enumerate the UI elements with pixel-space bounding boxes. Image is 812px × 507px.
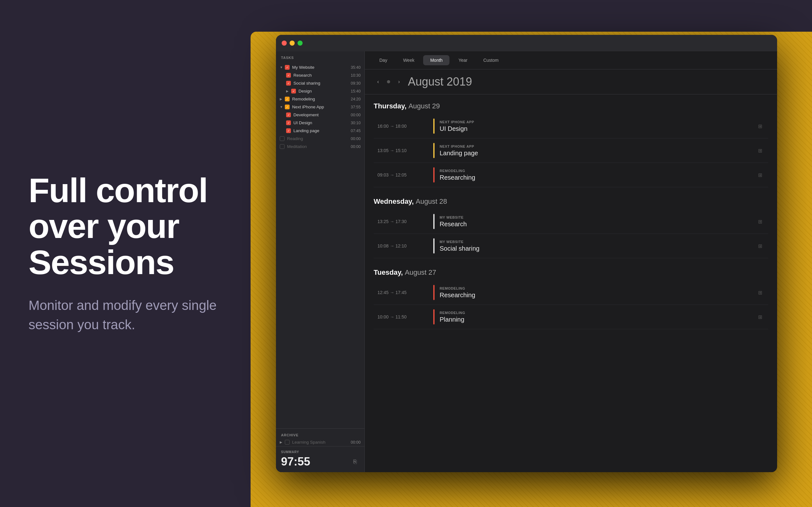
table-row[interactable]: 10:08 → 12:10 MY WEBSITE Social sharing … <box>374 234 768 258</box>
task-name: Design <box>299 89 351 94</box>
table-row[interactable]: 13:25 → 17:30 MY WEBSITE Research ⊞ <box>374 210 768 234</box>
export-icon[interactable]: ⎘ <box>351 457 359 466</box>
task-checkbox[interactable] <box>285 440 290 445</box>
sidebar: TASKS ▼ ✓ My Website 35:40 ✓ Research 10… <box>276 51 365 472</box>
task-time: 15:40 <box>351 89 361 94</box>
minimize-button[interactable] <box>290 41 295 46</box>
session-project: REMODELING <box>440 286 756 290</box>
session-bar <box>433 118 435 134</box>
task-time: 30:10 <box>351 121 361 125</box>
session-project: NEXT IPHONE APP <box>440 145 756 148</box>
session-bar <box>433 143 435 158</box>
table-row[interactable]: 13:05 → 15:10 NEXT IPHONE APP Landing pa… <box>374 138 768 163</box>
session-task: Researching <box>440 174 756 181</box>
list-item[interactable]: ✓ Landing page 07:45 <box>276 127 364 135</box>
sessions-list[interactable]: Thursday, August 29 16:00 → 18:00 NEXT I… <box>365 95 777 472</box>
list-item[interactable]: Reading 00:00 <box>276 135 364 143</box>
table-row[interactable]: 10:00 → 11:50 REMODELING Planning ⊞ <box>374 305 768 329</box>
task-checkbox[interactable]: ✓ <box>286 112 291 117</box>
prev-button[interactable]: ‹ <box>374 77 383 86</box>
task-list[interactable]: ▼ ✓ My Website 35:40 ✓ Research 10:30 ✓ … <box>276 62 364 427</box>
list-item[interactable]: ✓ UI Design 30:10 <box>276 119 364 127</box>
task-checkbox[interactable] <box>280 136 285 141</box>
table-row[interactable]: 16:00 → 18:00 NEXT IPHONE APP UI Design … <box>374 114 768 138</box>
task-checkbox[interactable]: ✓ <box>285 105 290 109</box>
edit-icon[interactable]: ⊞ <box>756 170 764 179</box>
task-checkbox[interactable]: ✓ <box>286 73 291 78</box>
task-name: Landing page <box>293 128 351 133</box>
list-item[interactable]: ✓ Development 00:00 <box>276 111 364 119</box>
chevron-right-icon: ▶ <box>286 89 290 93</box>
tasks-header: TASKS <box>276 51 364 62</box>
task-name: Learning Spanish <box>292 440 351 445</box>
edit-icon[interactable]: ⊞ <box>756 288 764 297</box>
main-content: Day Week Month Year Custom ‹ › August 20… <box>365 51 777 472</box>
right-panel: TASKS ▼ ✓ My Website 35:40 ✓ Research 10… <box>260 0 812 507</box>
session-time: 10:08 → 12:10 <box>377 243 428 248</box>
archive-header: ARCHIVE <box>276 431 364 438</box>
task-checkbox[interactable]: ✓ <box>285 97 290 101</box>
close-button[interactable] <box>282 41 287 46</box>
task-time: 07:45 <box>351 129 361 133</box>
chevron-down-icon: ▼ <box>280 66 284 69</box>
task-checkbox[interactable] <box>280 144 285 149</box>
chevron-down-icon: ▼ <box>280 105 284 109</box>
left-panel: Full control over your Sessions Monitor … <box>0 0 260 507</box>
list-item[interactable]: ✓ Social sharing 09:30 <box>276 79 364 87</box>
list-item[interactable]: ▶ Learning Spanish 00:00 <box>276 438 364 446</box>
table-row[interactable]: 09:03 → 12:05 REMODELING Researching ⊞ <box>374 163 768 187</box>
session-project: MY WEBSITE <box>440 216 756 219</box>
session-task: Planning <box>440 316 756 323</box>
edit-icon[interactable]: ⊞ <box>756 146 764 155</box>
day-heading: Wednesday, August 28 <box>374 198 768 206</box>
task-time: 09:30 <box>351 81 361 86</box>
session-bar <box>433 285 435 300</box>
task-name: Development <box>293 112 351 117</box>
edit-icon[interactable]: ⊞ <box>756 241 764 250</box>
session-time: 13:05 → 15:10 <box>377 148 428 153</box>
session-bar <box>433 309 435 325</box>
session-info: MY WEBSITE Research <box>440 216 756 228</box>
tab-year[interactable]: Year <box>451 55 474 65</box>
tab-day[interactable]: Day <box>372 55 394 65</box>
maximize-button[interactable] <box>298 41 303 46</box>
list-item[interactable]: ▶ ✓ Remodeling 24:20 <box>276 95 364 103</box>
task-checkbox[interactable]: ✓ <box>291 89 296 94</box>
task-checkbox[interactable]: ✓ <box>286 81 291 86</box>
tab-month[interactable]: Month <box>423 55 450 65</box>
tab-bar: Day Week Month Year Custom <box>365 51 777 69</box>
table-row[interactable]: 12:45 → 17:45 REMODELING Researching ⊞ <box>374 280 768 305</box>
section-divider <box>276 429 364 429</box>
task-time: 37:55 <box>351 105 361 109</box>
task-name: UI Design <box>293 120 351 125</box>
task-time: 10:30 <box>351 73 361 78</box>
tab-custom[interactable]: Custom <box>476 55 506 65</box>
tab-week[interactable]: Week <box>396 55 421 65</box>
session-task: Researching <box>440 291 756 299</box>
next-button[interactable]: › <box>395 77 403 86</box>
edit-icon[interactable]: ⊞ <box>756 217 764 226</box>
task-name: Reading <box>287 136 351 141</box>
edit-icon[interactable]: ⊞ <box>756 122 764 130</box>
day-section: Wednesday, August 28 13:25 → 17:30 MY WE… <box>370 190 772 261</box>
list-item[interactable]: ▶ ✓ Design 15:40 <box>276 87 364 95</box>
edit-icon[interactable]: ⊞ <box>756 313 764 321</box>
session-project: NEXT IPHONE APP <box>440 120 756 124</box>
session-time: 10:00 → 11:50 <box>377 314 428 320</box>
task-name: Next iPhone App <box>292 105 351 109</box>
list-item[interactable]: ✓ Research 10:30 <box>276 71 364 79</box>
title-bar <box>276 35 777 51</box>
chevron-right-icon: ▶ <box>280 441 284 444</box>
task-time: 24:20 <box>351 97 361 101</box>
task-name: Meditation <box>287 144 351 149</box>
session-time: 09:03 → 12:05 <box>377 172 428 177</box>
list-item[interactable]: ▼ ✓ My Website 35:40 <box>276 63 364 71</box>
task-name: Research <box>293 73 351 78</box>
summary-time: 97:55 <box>281 455 310 468</box>
task-checkbox[interactable]: ✓ <box>286 128 291 133</box>
list-item[interactable]: ▼ ✓ Next iPhone App 37:55 <box>276 103 364 111</box>
list-item[interactable]: Meditation 00:00 <box>276 143 364 151</box>
task-checkbox[interactable]: ✓ <box>286 120 291 125</box>
task-checkbox[interactable]: ✓ <box>285 65 290 70</box>
session-time: 12:45 → 17:45 <box>377 290 428 295</box>
